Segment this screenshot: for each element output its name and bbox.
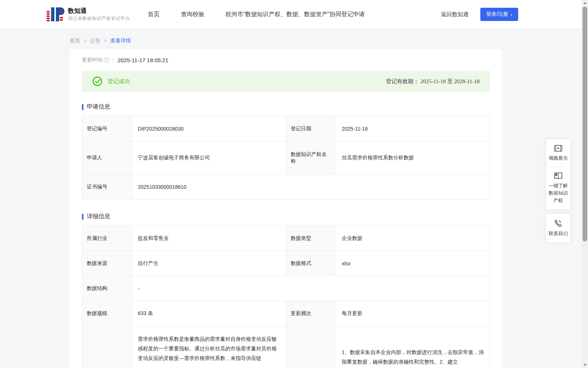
table-row: 登记编号 DIP2025000028030 登记日期 2025-11-18 xyxy=(82,116,490,141)
nav-home[interactable]: 首页 xyxy=(148,11,159,18)
login-button-label: 登录/注册 xyxy=(486,11,508,18)
data-processing-value: 1、数据采集自本企业内部，对数据进行清洗，去除异常值，消除重复数据，确保数据的准… xyxy=(336,326,490,368)
nav-query-verify[interactable]: 查询校验 xyxy=(181,11,204,18)
detail-card: 更新时间 ? ： 2025-11-17 18:05:21 登记成功 登记有效期：… xyxy=(70,49,502,368)
section-accent-bar xyxy=(82,104,83,110)
divider xyxy=(551,167,565,167)
breadcrumb-separator: > xyxy=(104,38,107,43)
side-panel-top-card: 视频展示 一键了解数据知识产权 xyxy=(546,139,570,209)
field-value: 企业数据 xyxy=(336,226,490,251)
field-label: 数据规模 xyxy=(82,301,132,326)
page-scrollbar xyxy=(582,0,588,368)
chevron-right-icon: › xyxy=(510,12,512,17)
floating-side-panel: 视频展示 一键了解数据知识产权 联系我们 xyxy=(546,139,570,243)
top-header: 数知通 浙江省数据知识产权登记平台 首页 查询校验 杭州市“数据知识产权、数据、… xyxy=(0,0,588,29)
table-row: 数据来源 自行产生 数据格式 xlsx xyxy=(82,251,490,276)
field-label: 所属行业 xyxy=(82,226,132,251)
registration-status-text: 登记成功 xyxy=(108,78,130,85)
book-icon xyxy=(553,172,563,180)
table-row: 需求价格弹性系数是衡量商品的需求量对自身价格变动反应敏感程度的一个重要指标。通过… xyxy=(82,326,490,368)
breadcrumb-separator: > xyxy=(84,38,86,43)
table-row: 申请人 宁波晨客创诚电子商务有限公司 数据知识产权名称 丝瓜需求价格弹性系数分析… xyxy=(82,141,490,174)
scrollbar-thumb[interactable] xyxy=(582,7,587,241)
help-icon[interactable]: ? xyxy=(104,57,110,63)
video-icon xyxy=(554,144,563,152)
table-row: 数据结构 - xyxy=(82,276,490,301)
registration-success-banner: 登记成功 登记有效期： 2025-11-18 至 2028-11-18 xyxy=(82,71,490,92)
nav-hangzhou-joint-registration[interactable]: 杭州市“数据知识产权、数据、数据资产”协同登记申请 xyxy=(226,11,365,18)
application-section-title: 申请信息 xyxy=(82,103,490,111)
application-info-table: 登记编号 DIP2025000028030 登记日期 2025-11-18 申请… xyxy=(82,116,490,199)
contact-us-label: 联系我们 xyxy=(548,230,569,237)
field-label: 申请人 xyxy=(82,141,132,174)
scroll-up-icon[interactable] xyxy=(582,0,588,6)
field-value: 20251033000018610 xyxy=(132,174,490,199)
field-value: DIP2025000028030 xyxy=(132,116,286,141)
contact-us-button[interactable]: 联系我们 xyxy=(546,214,570,243)
field-label: 数据结构 xyxy=(82,276,132,301)
field-value: 宁波晨客创诚电子商务有限公司 xyxy=(132,141,286,174)
field-value: 每月更新 xyxy=(336,301,490,326)
update-time-row: 更新时间 ? ： 2025-11-17 18:05:21 xyxy=(82,57,490,63)
table-row: 数据规模 633 条 更新频次 每月更新 xyxy=(82,301,490,326)
login-register-button[interactable]: 登录/注册 › xyxy=(480,8,518,21)
platform-logo[interactable]: 数知通 浙江省数据知识产权登记平台 xyxy=(46,7,130,22)
field-label xyxy=(286,326,336,368)
breadcrumb-home[interactable]: 首页 xyxy=(70,38,80,44)
colon: ： xyxy=(110,57,115,63)
registration-validity: 登记有效期： 2025-11-18 至 2028-11-18 xyxy=(386,78,480,85)
video-showcase-label: 视频展示 xyxy=(548,155,569,162)
field-label xyxy=(82,326,132,368)
field-value: 批发和零售业 xyxy=(132,226,286,251)
phone-icon xyxy=(554,219,563,228)
field-value: 自行产生 xyxy=(132,251,286,276)
breadcrumb-current: 查看详情 xyxy=(110,38,131,44)
main-nav: 首页 查询校验 杭州市“数据知识产权、数据、数据资产”协同登记申请 xyxy=(148,11,365,18)
field-value: xlsx xyxy=(336,251,490,276)
field-label: 数据类型 xyxy=(286,226,336,251)
field-label: 数据知识产权名称 xyxy=(286,141,336,174)
logo-subtitle: 浙江省数据知识产权登记平台 xyxy=(68,15,130,22)
field-label: 证书编号 xyxy=(82,174,132,199)
learn-data-ip-label: 一键了解数据知识产权 xyxy=(548,182,569,204)
back-to-shuzhitong-link[interactable]: 返回数知通 xyxy=(441,11,469,18)
update-time-value: 2025-11-17 18:05:21 xyxy=(118,57,168,63)
field-label: 数据格式 xyxy=(286,251,336,276)
logo-title: 数知通 xyxy=(68,7,130,15)
breadcrumb: 首页 > 公告 > 查看详情 xyxy=(70,38,588,44)
ip-logo-icon xyxy=(46,7,64,22)
video-showcase-button[interactable]: 视频展示 xyxy=(548,144,569,162)
table-row: 证书编号 20251033000018610 xyxy=(82,174,490,199)
section-accent-bar xyxy=(82,214,83,220)
field-value: 2025-11-18 xyxy=(336,116,490,141)
check-circle-icon xyxy=(92,76,103,86)
table-row: 所属行业 批发和零售业 数据类型 企业数据 xyxy=(82,226,490,251)
field-label: 登记编号 xyxy=(82,116,132,141)
learn-data-ip-button[interactable]: 一键了解数据知识产权 xyxy=(548,172,569,204)
field-label: 数据来源 xyxy=(82,251,132,276)
detail-info-table: 所属行业 批发和零售业 数据类型 企业数据 数据来源 自行产生 数据格式 xls… xyxy=(82,226,490,368)
scroll-down-icon[interactable] xyxy=(582,362,588,368)
field-value: 633 条 xyxy=(132,301,286,326)
update-time-label: 更新时间 xyxy=(82,57,103,63)
data-description-value: 需求价格弹性系数是衡量商品的需求量对自身价格变动反应敏感程度的一个重要指标。通过… xyxy=(132,326,286,368)
field-value: 丝瓜需求价格弹性系数分析数据 xyxy=(336,141,490,174)
breadcrumb-announcement[interactable]: 公告 xyxy=(90,38,100,44)
field-label: 更新频次 xyxy=(286,301,336,326)
field-value: - xyxy=(132,276,490,301)
detail-section-title: 详细信息 xyxy=(82,213,490,220)
field-label: 登记日期 xyxy=(286,116,336,141)
